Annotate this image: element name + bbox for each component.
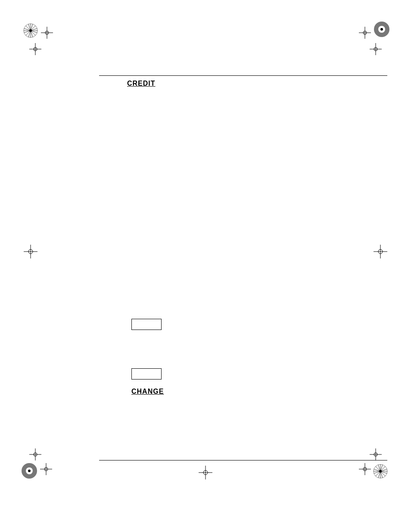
reg-mark-tr-crosshair-2: [370, 43, 382, 57]
reg-mark-bl-filled: [21, 462, 38, 481]
reg-mark-br-sunburst: [372, 463, 389, 481]
svg-point-33: [28, 470, 31, 472]
reg-mark-tr-crosshair: [359, 27, 371, 40]
input-field-1[interactable]: [131, 319, 162, 330]
svg-point-9: [29, 29, 32, 32]
input-1[interactable]: [132, 319, 161, 330]
reg-mark-mid-left: [24, 245, 37, 260]
input-field-2[interactable]: [131, 368, 162, 380]
top-rule-line: [99, 75, 387, 76]
reg-mark-bl-crosshair-2: [29, 448, 41, 462]
credit-heading: CREDIT: [127, 80, 156, 87]
reg-mark-tr-filled: [373, 21, 390, 40]
change-heading: CHANGE: [131, 388, 164, 395]
reg-mark-tl-crosshair: [41, 27, 53, 40]
bottom-rule-line: [99, 460, 387, 460]
reg-mark-tl-crosshair-2: [29, 43, 41, 57]
reg-mark-bl-crosshair: [40, 463, 52, 477]
svg-point-52: [379, 470, 382, 473]
reg-mark-br-crosshair-2: [370, 448, 382, 462]
reg-mark-mid-right: [374, 245, 387, 260]
reg-mark-bottom-center: [199, 466, 212, 481]
input-2[interactable]: [132, 369, 161, 379]
reg-mark-tl-sunburst: [22, 22, 39, 40]
reg-mark-br-crosshair: [359, 463, 371, 477]
page: CREDIT CHANGE: [0, 0, 411, 532]
svg-point-21: [380, 28, 383, 31]
